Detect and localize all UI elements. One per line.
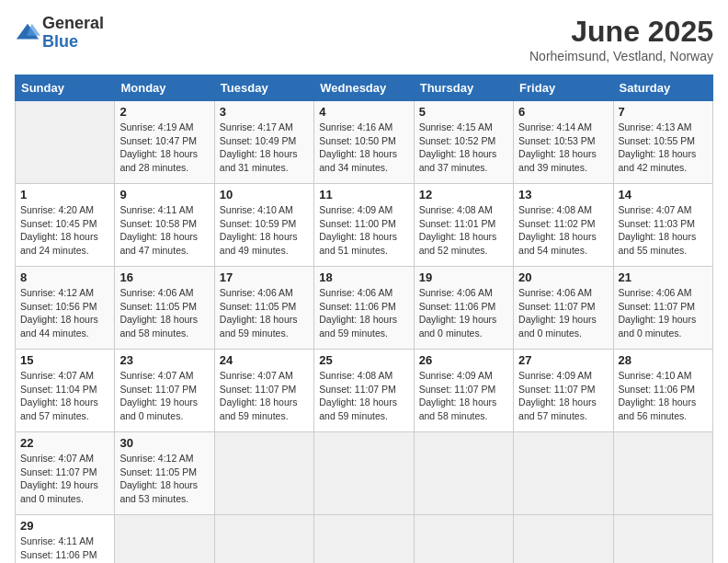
- calendar-cell: [314, 515, 414, 564]
- day-number: 11: [319, 188, 408, 201]
- calendar-cell: 9Sunrise: 4:11 AMSunset: 10:58 PMDayligh…: [115, 184, 214, 267]
- day-number: 13: [518, 188, 608, 201]
- calendar-cell: 10Sunrise: 4:10 AMSunset: 10:59 PMDaylig…: [214, 184, 313, 267]
- day-info: Sunrise: 4:16 AMSunset: 10:50 PMDaylight…: [319, 121, 408, 175]
- day-info: Sunrise: 4:09 AMSunset: 11:00 PMDaylight…: [319, 203, 408, 258]
- day-number: 29: [20, 519, 109, 533]
- day-number: 5: [419, 105, 508, 119]
- calendar-cell: 25Sunrise: 4:08 AMSunset: 11:07 PMDaylig…: [314, 350, 414, 432]
- calendar-week-2: 1Sunrise: 4:20 AMSunset: 10:45 PMDayligh…: [16, 184, 713, 267]
- day-number: 21: [619, 270, 708, 284]
- day-info: Sunrise: 4:11 AMSunset: 10:58 PMDaylight…: [119, 203, 209, 258]
- day-info: Sunrise: 4:10 AMSunset: 10:59 PMDaylight…: [220, 203, 309, 258]
- col-header-tuesday: Tuesday: [214, 75, 313, 101]
- day-number: 16: [119, 270, 209, 284]
- day-number: 7: [619, 105, 708, 119]
- logo-icon: [15, 20, 40, 46]
- logo-blue: Blue: [42, 33, 104, 52]
- day-info: Sunrise: 4:06 AMSunset: 11:07 PMDaylight…: [619, 286, 708, 340]
- calendar-cell: 16Sunrise: 4:06 AMSunset: 11:05 PMDaylig…: [115, 267, 214, 350]
- day-info: Sunrise: 4:06 AMSunset: 11:07 PMDaylight…: [518, 286, 608, 340]
- day-number: 26: [419, 353, 508, 367]
- col-header-sunday: Sunday: [16, 75, 115, 101]
- day-info: Sunrise: 4:09 AMSunset: 11:07 PMDaylight…: [419, 369, 508, 423]
- calendar-cell: 8Sunrise: 4:12 AMSunset: 10:56 PMDayligh…: [16, 267, 115, 350]
- calendar-cell: 1Sunrise: 4:20 AMSunset: 10:45 PMDayligh…: [16, 184, 115, 267]
- day-info: Sunrise: 4:07 AMSunset: 11:03 PMDaylight…: [619, 203, 708, 258]
- calendar-cell: [414, 515, 513, 564]
- calendar-cell: [613, 432, 712, 515]
- day-number: 2: [119, 105, 209, 119]
- calendar-cell: [16, 101, 115, 184]
- day-number: 27: [518, 353, 608, 367]
- calendar-table: SundayMondayTuesdayWednesdayThursdayFrid…: [15, 75, 713, 563]
- day-info: Sunrise: 4:06 AMSunset: 11:06 PMDaylight…: [319, 286, 408, 340]
- day-info: Sunrise: 4:06 AMSunset: 11:06 PMDaylight…: [419, 286, 508, 340]
- day-info: Sunrise: 4:07 AMSunset: 11:04 PMDaylight…: [20, 369, 109, 423]
- calendar-cell: [613, 515, 712, 564]
- month-title: June 2025: [529, 15, 713, 49]
- day-number: 12: [419, 188, 508, 201]
- calendar-header-row: SundayMondayTuesdayWednesdayThursdayFrid…: [16, 75, 713, 101]
- day-number: 4: [319, 105, 408, 119]
- day-info: Sunrise: 4:08 AMSunset: 11:02 PMDaylight…: [518, 203, 608, 258]
- day-number: 19: [419, 270, 508, 284]
- day-info: Sunrise: 4:07 AMSunset: 11:07 PMDaylight…: [20, 452, 109, 506]
- calendar-cell: [115, 515, 214, 564]
- calendar-cell: 14Sunrise: 4:07 AMSunset: 11:03 PMDaylig…: [613, 184, 712, 267]
- day-number: 24: [220, 353, 309, 367]
- calendar-cell: 5Sunrise: 4:15 AMSunset: 10:52 PMDayligh…: [414, 101, 513, 184]
- day-number: 18: [319, 270, 408, 284]
- day-number: 9: [119, 188, 209, 201]
- day-info: Sunrise: 4:10 AMSunset: 11:06 PMDaylight…: [619, 369, 708, 423]
- day-number: 25: [319, 353, 408, 367]
- day-number: 30: [119, 436, 209, 450]
- logo-text: General Blue: [42, 15, 104, 52]
- day-info: Sunrise: 4:08 AMSunset: 11:01 PMDaylight…: [419, 203, 508, 258]
- calendar-cell: 22Sunrise: 4:07 AMSunset: 11:07 PMDaylig…: [16, 432, 115, 515]
- calendar-cell: 13Sunrise: 4:08 AMSunset: 11:02 PMDaylig…: [514, 184, 613, 267]
- calendar-cell: 26Sunrise: 4:09 AMSunset: 11:07 PMDaylig…: [414, 350, 513, 432]
- calendar-cell: 4Sunrise: 4:16 AMSunset: 10:50 PMDayligh…: [314, 101, 414, 184]
- day-number: 3: [220, 105, 309, 119]
- day-info: Sunrise: 4:07 AMSunset: 11:07 PMDaylight…: [220, 369, 309, 423]
- calendar-week-6: 29Sunrise: 4:11 AMSunset: 11:06 PMDaylig…: [16, 515, 713, 564]
- col-header-thursday: Thursday: [414, 75, 513, 101]
- calendar-week-4: 15Sunrise: 4:07 AMSunset: 11:04 PMDaylig…: [16, 350, 713, 432]
- calendar-week-5: 22Sunrise: 4:07 AMSunset: 11:07 PMDaylig…: [16, 432, 713, 515]
- day-number: 17: [220, 270, 309, 284]
- day-number: 14: [619, 188, 708, 201]
- calendar-cell: 30Sunrise: 4:12 AMSunset: 11:05 PMDaylig…: [115, 432, 214, 515]
- day-info: Sunrise: 4:06 AMSunset: 11:05 PMDaylight…: [119, 286, 209, 340]
- calendar-cell: 12Sunrise: 4:08 AMSunset: 11:01 PMDaylig…: [414, 184, 513, 267]
- calendar-cell: 17Sunrise: 4:06 AMSunset: 11:05 PMDaylig…: [214, 267, 313, 350]
- day-number: 1: [20, 188, 109, 201]
- day-number: 20: [518, 270, 608, 284]
- calendar-cell: 20Sunrise: 4:06 AMSunset: 11:07 PMDaylig…: [514, 267, 613, 350]
- calendar-cell: [514, 515, 613, 564]
- day-info: Sunrise: 4:15 AMSunset: 10:52 PMDaylight…: [419, 121, 508, 175]
- page-header: General Blue June 2025 Norheimsund, Vest…: [15, 15, 713, 63]
- day-info: Sunrise: 4:12 AMSunset: 10:56 PMDaylight…: [20, 286, 109, 340]
- day-info: Sunrise: 4:19 AMSunset: 10:47 PMDaylight…: [119, 121, 209, 175]
- calendar-cell: 29Sunrise: 4:11 AMSunset: 11:06 PMDaylig…: [16, 515, 115, 564]
- calendar-cell: 23Sunrise: 4:07 AMSunset: 11:07 PMDaylig…: [115, 350, 214, 432]
- calendar-cell: 6Sunrise: 4:14 AMSunset: 10:53 PMDayligh…: [514, 101, 613, 184]
- day-info: Sunrise: 4:08 AMSunset: 11:07 PMDaylight…: [319, 369, 408, 423]
- day-info: Sunrise: 4:20 AMSunset: 10:45 PMDaylight…: [20, 203, 109, 258]
- col-header-wednesday: Wednesday: [314, 75, 414, 101]
- title-block: June 2025 Norheimsund, Vestland, Norway: [529, 15, 713, 63]
- calendar-cell: 18Sunrise: 4:06 AMSunset: 11:06 PMDaylig…: [314, 267, 414, 350]
- day-info: Sunrise: 4:07 AMSunset: 11:07 PMDaylight…: [119, 369, 209, 423]
- day-number: 22: [20, 436, 109, 450]
- day-number: 23: [119, 353, 209, 367]
- calendar-cell: [214, 432, 313, 515]
- calendar-cell: 24Sunrise: 4:07 AMSunset: 11:07 PMDaylig…: [214, 350, 313, 432]
- day-info: Sunrise: 4:13 AMSunset: 10:55 PMDaylight…: [619, 121, 708, 175]
- calendar-cell: 27Sunrise: 4:09 AMSunset: 11:07 PMDaylig…: [514, 350, 613, 432]
- day-info: Sunrise: 4:06 AMSunset: 11:05 PMDaylight…: [220, 286, 309, 340]
- day-info: Sunrise: 4:09 AMSunset: 11:07 PMDaylight…: [518, 369, 608, 423]
- day-number: 8: [20, 270, 109, 284]
- calendar-cell: 15Sunrise: 4:07 AMSunset: 11:04 PMDaylig…: [16, 350, 115, 432]
- calendar-week-3: 8Sunrise: 4:12 AMSunset: 10:56 PMDayligh…: [16, 267, 713, 350]
